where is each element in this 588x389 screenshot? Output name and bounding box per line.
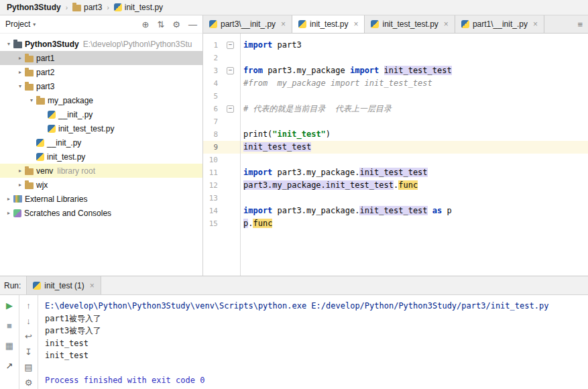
line-number: 9	[203, 141, 218, 154]
chevron-right-icon[interactable]: ▸	[4, 196, 13, 202]
hide-panel-icon[interactable]: —	[188, 20, 197, 29]
tree-item-my-package[interactable]: ▾my_package	[0, 93, 202, 107]
python-file-icon	[209, 20, 217, 28]
project-panel: Project ▾ ⊕⇅⚙— ▾Python3StudyE:\develop\P…	[0, 15, 203, 276]
down-stack-button[interactable]: ↓	[26, 317, 31, 325]
pycharm-window: Python3Study›part3›init_test.py Project …	[0, 0, 588, 389]
tree-item-external-libraries[interactable]: ▸External Libraries	[0, 192, 202, 206]
code-line[interactable]: 10	[203, 154, 588, 166]
up-stack-button[interactable]: ↑	[26, 301, 31, 310]
print-button[interactable]: ▤	[24, 363, 32, 372]
breadcrumb-item-part3[interactable]: part3	[71, 3, 103, 12]
token: import	[243, 40, 272, 50]
code-line[interactable]: 4#from my_package import init_test_test	[203, 77, 588, 90]
token: func	[253, 219, 272, 228]
python-file-icon	[371, 20, 379, 28]
close-icon[interactable]: ×	[444, 19, 449, 29]
locate-file-icon[interactable]: ⊕	[142, 20, 150, 29]
breadcrumb-separator-icon: ›	[64, 4, 69, 11]
python-file-icon	[48, 111, 56, 119]
line-number: 10	[203, 154, 218, 166]
tree-item-path: E:\develop\Python\Python3Stu	[83, 40, 192, 49]
tree-item-init-test-test-py[interactable]: init_test_test.py	[0, 121, 202, 135]
tab-list-icon[interactable]: ≡	[572, 19, 588, 30]
token: part3.my_package.init_test_test	[243, 180, 394, 190]
editor-tab-init-test-py[interactable]: init_test.py×	[292, 15, 365, 33]
close-icon[interactable]: ×	[533, 19, 538, 29]
breadcrumb-item-python3study[interactable]: Python3Study	[5, 3, 62, 12]
code-line[interactable]: 6−# 代表的就是当前目录 代表上一层目录	[203, 103, 588, 115]
tree-item-label: init_test_test.py	[58, 124, 114, 133]
jump-to-source-button[interactable]: ↗	[6, 362, 13, 370]
stop-button[interactable]: ■	[7, 321, 12, 330]
token	[379, 66, 384, 75]
tree-item-init-py[interactable]: __init_.py	[0, 135, 202, 150]
code-line[interactable]: 15p.func	[203, 217, 588, 230]
folder-icon	[25, 70, 34, 76]
tree-item-init-test-py[interactable]: init_test.py	[0, 150, 202, 164]
code-line[interactable]: 9init_test_test	[203, 141, 588, 154]
collapse-all-icon[interactable]: ⇅	[157, 20, 164, 29]
settings-gear-icon[interactable]: ⚙	[172, 20, 180, 29]
code-text: part3.my_package.init_test_test.func	[240, 179, 418, 192]
editor-body[interactable]: 1−import part323−from part3.my_package i…	[203, 34, 588, 276]
tree-item-scratches-and-consoles[interactable]: ▸Scratches and Consoles	[0, 206, 202, 220]
chevron-right-icon[interactable]: ▸	[15, 182, 25, 188]
code-line[interactable]: 8print("init_test")	[203, 128, 588, 141]
chevron-right-icon[interactable]: ▸	[15, 168, 25, 174]
tree-item-init-py[interactable]: __init_.py	[0, 107, 202, 121]
fold-icon[interactable]: −	[227, 67, 234, 74]
python-file-icon	[48, 125, 56, 133]
console-settings-button[interactable]: ⚙	[25, 378, 33, 387]
code-line[interactable]: 14import part3.my_package.init_test_test…	[203, 205, 588, 217]
close-icon[interactable]: ×	[281, 19, 286, 29]
code-line[interactable]: 3−from part3.my_package import init_test…	[203, 64, 588, 77]
breadcrumb-item-init-test-py[interactable]: init_test.py	[113, 3, 164, 12]
close-icon[interactable]: ×	[353, 19, 358, 29]
scroll-to-end-button[interactable]: ↧	[25, 347, 32, 356]
run-panel: Run: init_test (1) × ▶■▦↗ ↑↓↩↧▤⚙ E:\deve…	[0, 276, 588, 389]
editor-tab-init-test-test-py[interactable]: init_test_test.py×	[365, 15, 455, 33]
line-number: 11	[203, 166, 218, 179]
tree-item-python3study[interactable]: ▾Python3StudyE:\develop\Python\Python3St…	[0, 37, 202, 51]
editor-tab-part3-init-py[interactable]: part3\__init_.py×	[203, 15, 292, 33]
token	[428, 206, 432, 215]
code-text: import part3.my_package.init_test_test a…	[240, 205, 452, 217]
soft-wrap-button[interactable]: ↩	[25, 332, 32, 341]
tree-item-part1[interactable]: ▸part1	[0, 51, 202, 65]
project-view-selector[interactable]: Project ▾	[5, 19, 36, 29]
fold-icon[interactable]: −	[227, 105, 234, 113]
code-line[interactable]: 12part3.my_package.init_test_test.func	[203, 179, 588, 192]
rerun-button[interactable]: ▶	[6, 301, 13, 310]
tree-item-part2[interactable]: ▸part2	[0, 65, 202, 79]
close-icon[interactable]: ×	[90, 281, 95, 290]
chevron-down-icon[interactable]: ▾	[4, 41, 13, 47]
tree-item-label: part1	[36, 54, 54, 63]
code-text: #from my_package import init_test_test	[240, 77, 432, 90]
chevron-right-icon[interactable]: ▸	[4, 210, 13, 216]
restore-layout-button[interactable]: ▦	[5, 341, 13, 350]
line-number: 6	[203, 103, 218, 115]
chevron-right-icon[interactable]: ▸	[15, 55, 25, 61]
token: # 代表的就是当前目录 代表上一层目录	[243, 104, 392, 113]
code-line[interactable]: 13	[203, 192, 588, 205]
tree-item-label: my_package	[48, 96, 93, 105]
token: part3.my_package	[263, 66, 350, 75]
folder-icon	[25, 182, 34, 189]
chevron-down-icon[interactable]: ▾	[27, 97, 36, 103]
code-line[interactable]: 11import part3.my_package.init_test_test	[203, 166, 588, 179]
run-console[interactable]: E:\develop\Python\Python3Study\venv\Scri…	[38, 295, 588, 389]
code-line[interactable]: 1−import part3	[203, 39, 588, 52]
fold-icon[interactable]: −	[227, 42, 234, 49]
code-line[interactable]: 2	[203, 52, 588, 64]
tree-item-venv[interactable]: ▸venvlibrary root	[0, 164, 202, 178]
code-line[interactable]: 5	[203, 90, 588, 103]
chevron-down-icon[interactable]: ▾	[15, 83, 25, 89]
editor-tab-part1-init-py[interactable]: part1\__init_.py×	[455, 15, 544, 33]
run-tab[interactable]: init_test (1) ×	[26, 276, 101, 294]
tree-item-wjx[interactable]: ▸wjx	[0, 178, 202, 192]
tree-item-part3[interactable]: ▾part3	[0, 79, 202, 93]
code-line[interactable]: 7	[203, 115, 588, 128]
chevron-right-icon[interactable]: ▸	[15, 69, 25, 75]
breadcrumb-label: init_test.py	[125, 3, 163, 12]
